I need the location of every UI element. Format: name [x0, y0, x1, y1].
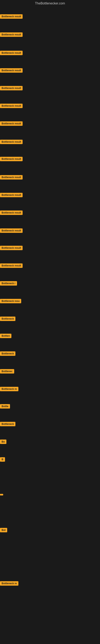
list-item: Bo — [0, 440, 6, 445]
list-item: Bottleneck result — [0, 193, 23, 198]
list-item: Bottleneck result — [0, 14, 23, 20]
bottleneck-badge: Bottleneck result — [0, 140, 23, 144]
list-item: Bottleneck — [0, 352, 15, 356]
bottleneck-badge: Bottleneck result — [0, 175, 23, 180]
list-item: Bottleneck result — [0, 121, 23, 126]
bottleneck-badge: Bottleneck re — [0, 387, 18, 391]
site-title: TheBottlenecker.com — [0, 0, 100, 8]
bottleneck-badge: Bottlen — [0, 334, 11, 338]
list-item: Bottle — [0, 404, 10, 409]
bottleneck-badge: Bottleneck re — [0, 581, 18, 586]
bottleneck-badge: Bottleneck result — [0, 264, 23, 268]
bottleneck-badge: Bottleneck result — [0, 51, 23, 55]
list-item: Bottleneck result — [0, 246, 23, 251]
list-item: Bottleneck result — [0, 264, 23, 269]
bottleneck-badge: Bottle — [0, 404, 10, 408]
list-item: Bottleneck result — [0, 175, 23, 180]
bottleneck-badge: Bottleneck result — [0, 228, 23, 233]
list-item — [0, 493, 3, 496]
list-item: Bottleneck resu — [0, 299, 21, 304]
bottleneck-badge — [0, 494, 3, 496]
list-item: B — [0, 457, 5, 462]
bottleneck-badge: Bottleneck result — [0, 210, 23, 215]
bottleneck-badge: Bottleneck result — [0, 68, 23, 73]
list-item: Bottleneck result — [0, 68, 23, 74]
bottleneck-badge: Bottleneck — [0, 422, 15, 426]
list-item: Bottleneck result — [0, 32, 23, 38]
list-item: Bottleneck result — [0, 86, 23, 91]
list-item: Bottleneck result — [0, 104, 23, 109]
list-item: Bot — [0, 528, 7, 533]
list-item: Bottleneck result — [0, 140, 23, 145]
bottleneck-badge: Bot — [0, 528, 7, 532]
bottleneck-badge: Bottleneck result — [0, 86, 23, 90]
list-item: Bottleneck result — [0, 228, 23, 234]
bottleneck-badge: Bottleneck result — [0, 246, 23, 250]
list-item: Bottleneck result — [0, 210, 23, 216]
list-item: Bottleneck re — [0, 387, 18, 392]
bottleneck-badge: Bottleneck result — [0, 121, 23, 126]
list-item: Bottlen — [0, 334, 11, 339]
bottleneck-badge: Bottlenec — [0, 369, 14, 374]
bottleneck-badge: Bottleneck resu — [0, 299, 21, 303]
list-item: Bottlenec — [0, 369, 14, 374]
bottleneck-badge: Bottleneck — [0, 352, 15, 356]
list-item: Bottleneck — [0, 422, 15, 427]
bottleneck-badge: Bottleneck result — [0, 193, 23, 197]
bottleneck-badge: Bottleneck result — [0, 104, 23, 108]
bottleneck-badge: B — [0, 457, 5, 462]
bottleneck-badge: Bottleneck result — [0, 32, 23, 37]
list-item: Bottleneck result — [0, 51, 23, 56]
bottleneck-badge: Bottleneck — [0, 316, 15, 321]
bottleneck-badge: Bottleneck result — [0, 14, 23, 19]
list-item: Bottleneck re — [0, 581, 18, 586]
list-item: Bottleneck — [0, 316, 15, 322]
bottleneck-badge: Bottleneck r — [0, 281, 17, 286]
list-item: Bottleneck r — [0, 281, 17, 286]
list-item: Bottleneck result — [0, 157, 23, 162]
bottleneck-badge: Bottleneck result — [0, 157, 23, 161]
bottleneck-badge: Bo — [0, 440, 6, 444]
